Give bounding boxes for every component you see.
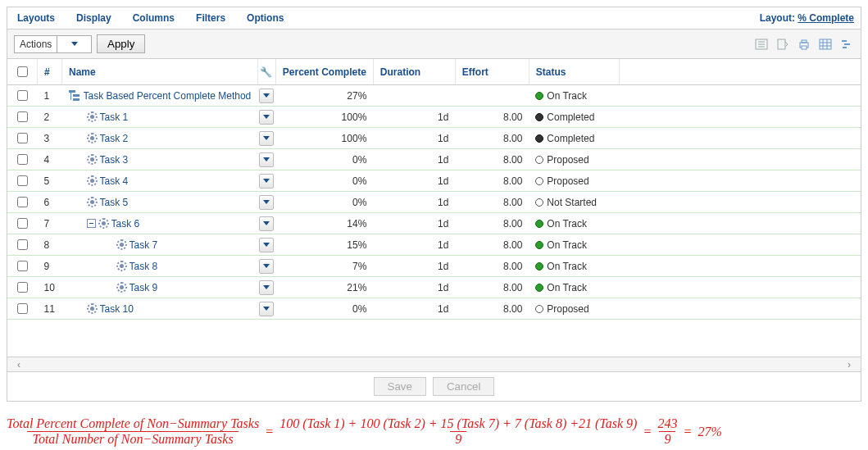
row-checkbox[interactable] <box>17 197 28 207</box>
row-checkbox[interactable] <box>17 90 28 101</box>
status-cell[interactable]: Proposed <box>529 170 619 192</box>
menu-options[interactable]: Options <box>243 11 287 25</box>
row-checkbox[interactable] <box>17 175 28 186</box>
effort-cell[interactable]: 8.00 <box>455 192 529 213</box>
row-checkbox[interactable] <box>17 154 28 165</box>
effort-cell[interactable]: 8.00 <box>455 170 529 192</box>
status-cell[interactable]: Completed <box>529 128 619 149</box>
task-link[interactable]: Task 2 <box>100 133 129 144</box>
effort-cell[interactable]: 8.00 <box>455 213 529 234</box>
horizontal-scrollbar[interactable]: ‹ › <box>7 357 861 371</box>
duration-cell[interactable] <box>373 85 455 107</box>
percent-cell[interactable]: 100% <box>275 128 373 149</box>
table-row[interactable]: 4Task 30%1d8.00Proposed <box>7 149 861 170</box>
task-link[interactable]: Task 8 <box>130 261 158 272</box>
table-row[interactable]: 7Task 614%1d8.00On Track <box>7 213 861 234</box>
row-actions-dropdown[interactable] <box>259 259 274 274</box>
effort-cell[interactable] <box>455 85 529 107</box>
effort-cell[interactable]: 8.00 <box>455 298 529 320</box>
row-actions-dropdown[interactable] <box>259 195 274 210</box>
status-cell[interactable]: On Track <box>529 256 619 277</box>
duration-cell[interactable]: 1d <box>373 107 455 128</box>
task-link[interactable]: Task 9 <box>130 282 158 293</box>
scroll-left-icon[interactable]: ‹ <box>17 359 20 370</box>
status-cell[interactable]: Proposed <box>529 149 619 170</box>
col-header-num[interactable]: # <box>38 59 62 85</box>
table-row[interactable]: 5Task 40%1d8.00Proposed <box>7 170 861 192</box>
menu-display[interactable]: Display <box>73 11 115 25</box>
apply-button[interactable]: Apply <box>97 34 145 53</box>
print-icon[interactable] <box>797 37 811 52</box>
row-actions-dropdown[interactable] <box>259 238 274 252</box>
effort-cell[interactable]: 8.00 <box>455 256 529 277</box>
col-header-status[interactable]: Status <box>529 59 619 85</box>
row-actions-dropdown[interactable] <box>259 131 274 146</box>
cancel-button[interactable]: Cancel <box>433 377 495 396</box>
status-cell[interactable]: Completed <box>529 107 619 128</box>
task-link[interactable]: Task Based Percent Complete Method <box>84 90 252 102</box>
status-cell[interactable]: On Track <box>529 85 619 107</box>
duration-cell[interactable]: 1d <box>373 192 455 213</box>
task-link[interactable]: Task 1 <box>100 111 129 123</box>
duration-cell[interactable]: 1d <box>373 149 455 170</box>
row-checkbox[interactable] <box>17 261 28 271</box>
table-row[interactable]: 9Task 87%1d8.00On Track <box>7 256 861 277</box>
status-cell[interactable]: On Track <box>529 213 619 234</box>
row-actions-dropdown[interactable] <box>259 174 274 189</box>
percent-cell[interactable]: 7% <box>275 256 373 277</box>
table-row[interactable]: 1Task Based Percent Complete Method27%On… <box>7 85 861 107</box>
duration-cell[interactable]: 1d <box>373 234 455 256</box>
export-excel-icon[interactable] <box>754 37 769 52</box>
table-row[interactable]: 6Task 50%1d8.00Not Started <box>7 192 861 213</box>
save-button[interactable]: Save <box>374 377 426 396</box>
table-row[interactable]: 2Task 1100%1d8.00Completed <box>7 107 861 128</box>
table-row[interactable]: 11Task 100%1d8.00Proposed <box>7 298 861 320</box>
select-all-checkbox[interactable] <box>17 66 28 77</box>
row-actions-dropdown[interactable] <box>259 280 274 295</box>
task-link[interactable]: Task 4 <box>100 175 129 187</box>
task-link[interactable]: Task 6 <box>111 218 140 230</box>
status-cell[interactable]: Not Started <box>529 192 619 213</box>
percent-cell[interactable]: 0% <box>275 149 373 170</box>
duration-cell[interactable]: 1d <box>373 128 455 149</box>
status-cell[interactable]: On Track <box>529 234 619 256</box>
task-link[interactable]: Task 3 <box>100 154 129 166</box>
percent-cell[interactable]: 21% <box>275 277 373 298</box>
col-header-percent[interactable]: Percent Complete <box>275 59 373 85</box>
percent-cell[interactable]: 15% <box>275 234 373 256</box>
actions-select[interactable]: Actions <box>14 35 92 53</box>
row-actions-dropdown[interactable] <box>259 110 274 125</box>
duration-cell[interactable]: 1d <box>373 277 455 298</box>
effort-cell[interactable]: 8.00 <box>455 277 529 298</box>
menu-layouts[interactable]: Layouts <box>14 11 58 25</box>
task-link[interactable]: Task 7 <box>130 239 158 251</box>
col-header-duration[interactable]: Duration <box>373 59 455 85</box>
row-actions-dropdown[interactable] <box>259 216 274 231</box>
export-page-icon[interactable] <box>775 37 790 52</box>
percent-cell[interactable]: 27% <box>275 85 373 107</box>
table-row[interactable]: 3Task 2100%1d8.00Completed <box>7 128 861 149</box>
row-checkbox[interactable] <box>17 133 28 143</box>
percent-cell[interactable]: 14% <box>275 213 373 234</box>
status-cell[interactable]: Proposed <box>529 298 619 320</box>
row-checkbox[interactable] <box>17 282 28 293</box>
gantt-icon[interactable] <box>839 37 854 52</box>
percent-cell[interactable]: 100% <box>275 107 373 128</box>
duration-cell[interactable]: 1d <box>373 213 455 234</box>
task-link[interactable]: Task 10 <box>100 303 134 315</box>
duration-cell[interactable]: 1d <box>373 256 455 277</box>
effort-cell[interactable]: 8.00 <box>455 128 529 149</box>
collapse-icon[interactable] <box>87 219 96 228</box>
layout-link[interactable]: % Complete <box>798 12 854 24</box>
task-link[interactable]: Task 5 <box>100 197 129 208</box>
row-checkbox[interactable] <box>17 239 28 250</box>
percent-cell[interactable]: 0% <box>275 192 373 213</box>
duration-cell[interactable]: 1d <box>373 170 455 192</box>
duration-cell[interactable]: 1d <box>373 298 455 320</box>
menu-filters[interactable]: Filters <box>193 11 229 25</box>
col-header-name[interactable]: Name <box>62 59 258 85</box>
percent-cell[interactable]: 0% <box>275 298 373 320</box>
row-checkbox[interactable] <box>17 111 28 122</box>
row-checkbox[interactable] <box>17 303 28 314</box>
effort-cell[interactable]: 8.00 <box>455 107 529 128</box>
